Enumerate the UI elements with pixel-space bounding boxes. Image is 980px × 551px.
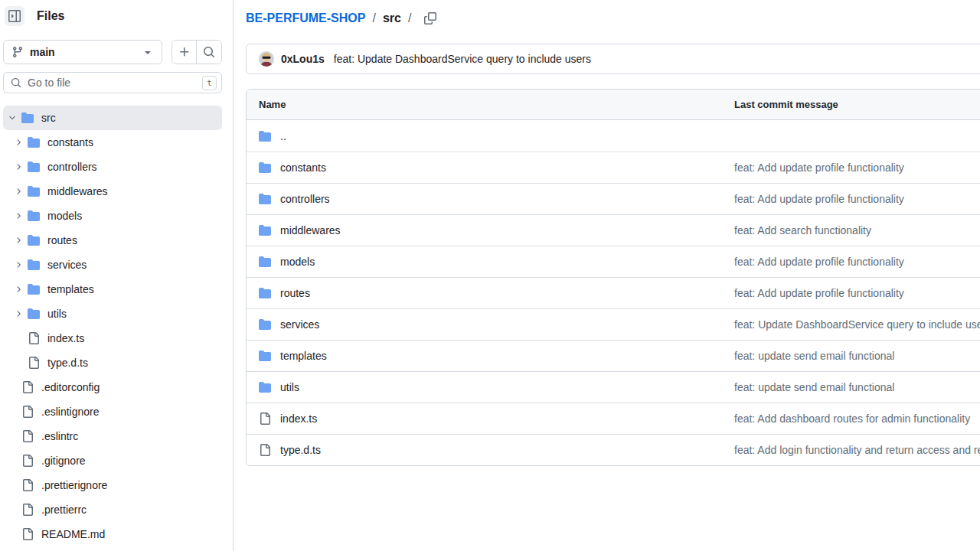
go-to-file-input[interactable]: Go to file t	[3, 72, 222, 93]
tree-item-templates[interactable]: templates	[3, 277, 222, 302]
repo-code-page: Files main	[0, 0, 980, 551]
file-link[interactable]: models	[280, 256, 315, 268]
tree-item-.prettierrc[interactable]: .prettierrc	[3, 497, 222, 522]
file-link[interactable]: templates	[280, 350, 327, 362]
tree-item-README.md[interactable]: README.md	[3, 522, 222, 546]
table-row: index.tsfeat: Add dashboard routes for a…	[247, 403, 980, 434]
file-link[interactable]: constants	[280, 161, 326, 174]
file-link[interactable]: type.d.ts	[280, 444, 321, 456]
tree-item-label: .prettierignore	[41, 479, 107, 491]
tree-item-label: README.md	[41, 528, 105, 540]
folder-icon	[28, 308, 40, 320]
chevron-right-icon[interactable]	[12, 308, 24, 320]
tree-item-services[interactable]: services	[3, 253, 222, 277]
commit-author[interactable]: 0xLou1s	[281, 53, 325, 65]
twisty-spacer	[12, 332, 24, 344]
chevron-right-icon[interactable]	[12, 136, 24, 148]
file-link[interactable]: routes	[280, 287, 310, 299]
cell-last-commit-message: feat: Add dashboard routes for admin fun…	[734, 412, 980, 425]
file-link[interactable]: ..	[280, 130, 286, 142]
tree-item-.eslintignore[interactable]: .eslintignore	[3, 399, 222, 424]
tree-item-label: type.d.ts	[47, 357, 88, 369]
file-icon	[21, 455, 34, 467]
commit-message-link[interactable]: feat: update send email functional	[734, 350, 894, 362]
folder-icon	[28, 185, 40, 197]
tree-item-models[interactable]: models	[3, 204, 222, 228]
cell-last-commit-message: feat: Add update profile functionality	[734, 192, 980, 206]
avatar[interactable]	[259, 51, 274, 67]
branch-row: main	[3, 40, 222, 64]
table-row: constantsfeat: Add update profile functi…	[247, 152, 980, 183]
chevron-right-icon[interactable]	[12, 259, 24, 271]
cell-last-commit-message: feat: Add update profile functionality	[734, 286, 980, 300]
files-sidebar: Files main	[0, 0, 234, 551]
twisty-spacer	[6, 504, 18, 516]
tree-item-label: middlewares	[47, 185, 108, 197]
plus-icon	[178, 46, 191, 58]
collapse-sidebar-button[interactable]	[5, 6, 24, 26]
commit-message-link[interactable]: feat: update send email functional	[734, 381, 894, 393]
file-link[interactable]: index.ts	[280, 412, 317, 425]
tree-item-routes[interactable]: routes	[3, 228, 222, 253]
file-link[interactable]: services	[280, 318, 319, 331]
add-file-button[interactable]	[172, 41, 197, 64]
tree-item-label: .gitignore	[41, 455, 86, 467]
cell-last-commit-message: feat: Add update profile functionality	[734, 255, 980, 269]
tree-item-index.ts[interactable]: index.ts	[3, 326, 222, 350]
search-tree-button[interactable]	[197, 41, 221, 64]
tree-item-label: src	[41, 112, 56, 124]
commit-message-link[interactable]: feat: Add login functionality and return…	[734, 444, 980, 456]
tree-item-label: constants	[47, 136, 93, 148]
sidebar-title: Files	[37, 9, 64, 23]
commit-message-link[interactable]: feat: Update DashboardService query to i…	[734, 318, 980, 331]
table-row: utilsfeat: update send email functional	[247, 371, 980, 403]
file-tree: srcconstantscontrollersmiddlewaresmodels…	[3, 106, 222, 546]
twisty-spacer	[12, 357, 24, 369]
chevron-right-icon[interactable]	[12, 185, 24, 197]
breadcrumb-repo-link[interactable]: BE-PERFUME-SHOP	[246, 11, 365, 25]
tree-item-middlewares[interactable]: middlewares	[3, 179, 222, 204]
commit-message[interactable]: feat: Update DashboardService query to i…	[334, 53, 591, 65]
commit-message-link[interactable]: feat: Add search functionality	[734, 224, 871, 236]
chevron-down-icon[interactable]	[6, 112, 18, 124]
chevron-right-icon[interactable]	[12, 234, 24, 246]
copy-path-button[interactable]	[424, 12, 436, 24]
tree-item-label: .editorconfig	[41, 381, 100, 393]
tree-item-label: services	[47, 259, 87, 271]
folder-icon	[259, 318, 271, 331]
chevron-right-icon[interactable]	[12, 210, 24, 222]
folder-icon	[259, 193, 271, 205]
table-row: ..	[247, 120, 980, 152]
search-icon	[203, 46, 215, 58]
file-icon	[21, 406, 34, 418]
twisty-spacer	[6, 528, 18, 540]
commit-message-link[interactable]: feat: Add update profile functionality	[734, 287, 904, 299]
commit-message-link[interactable]: feat: Add dashboard routes for admin fun…	[734, 412, 970, 425]
file-link[interactable]: middlewares	[280, 224, 341, 236]
file-link[interactable]: utils	[280, 381, 299, 393]
tree-item-.gitignore[interactable]: .gitignore	[3, 448, 222, 473]
breadcrumb-separator: /	[408, 11, 411, 25]
commit-message-link[interactable]: feat: Add update profile functionality	[734, 193, 904, 205]
cell-last-commit-message: feat: Add search functionality	[734, 223, 980, 237]
file-icon	[21, 430, 34, 442]
tree-item-src[interactable]: src	[3, 106, 222, 130]
tree-item-utils[interactable]: utils	[3, 302, 222, 326]
commit-message-link[interactable]: feat: Add update profile functionality	[734, 256, 904, 268]
tree-item-controllers[interactable]: controllers	[3, 155, 222, 179]
tree-item-type.d.ts[interactable]: type.d.ts	[3, 350, 222, 375]
commit-message-link[interactable]: feat: Add update profile functionality	[734, 161, 904, 174]
file-icon	[28, 357, 40, 369]
table-row: servicesfeat: Update DashboardService qu…	[247, 308, 980, 340]
chevron-right-icon[interactable]	[12, 283, 24, 295]
chevron-right-icon[interactable]	[12, 161, 24, 173]
tree-item-.editorconfig[interactable]: .editorconfig	[3, 375, 222, 399]
tree-item-constants[interactable]: constants	[3, 130, 222, 155]
branch-selector[interactable]: main	[3, 40, 162, 64]
main-content: BE-PERFUME-SHOP / src / 0xLou1s feat: Up…	[234, 0, 980, 551]
folder-icon	[28, 259, 40, 271]
tree-item-.eslintrc[interactable]: .eslintrc	[3, 424, 222, 448]
file-link[interactable]: controllers	[280, 193, 330, 205]
tree-item-.prettierignore[interactable]: .prettierignore	[3, 473, 222, 497]
column-header-last-commit-message: Last commit message	[734, 99, 980, 110]
